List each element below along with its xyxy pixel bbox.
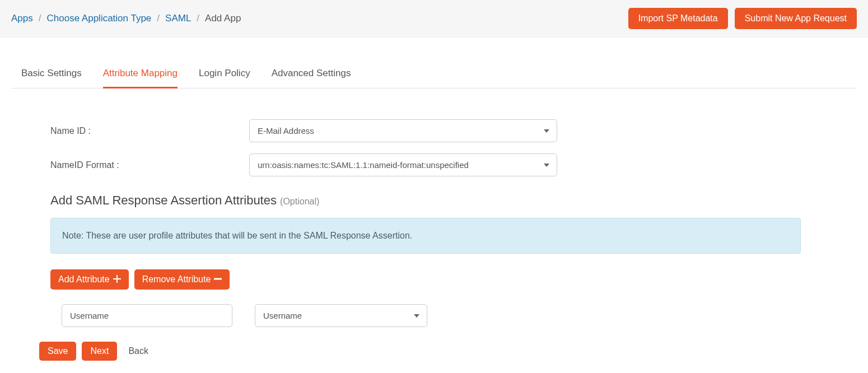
remove-attribute-button[interactable]: Remove Attribute (134, 269, 230, 290)
save-button[interactable]: Save (39, 342, 76, 361)
breadcrumb-choose-type[interactable]: Choose Application Type (46, 13, 151, 24)
content: Basic Settings Attribute Mapping Login P… (0, 60, 868, 373)
topbar: Apps / Choose Application Type / SAML / … (0, 0, 868, 38)
name-id-label: Name ID : (50, 126, 249, 136)
nameid-format-row: NameID Format : urn:oasis:names:tc:SAML:… (50, 153, 801, 176)
svg-rect-0 (214, 278, 222, 280)
breadcrumb-apps[interactable]: Apps (11, 13, 33, 24)
attribute-actions: Add Attribute Remove Attribute (50, 269, 801, 290)
topbar-actions: Import SP Metadata Submit New App Reques… (628, 8, 857, 29)
remove-attribute-label: Remove Attribute (142, 274, 211, 285)
breadcrumb-sep: / (39, 13, 41, 24)
form-area: Name ID : E-Mail Address NameID Format :… (11, 88, 840, 361)
next-button[interactable]: Next (82, 342, 117, 361)
breadcrumb-current: Add App (205, 13, 241, 24)
add-attribute-label: Add Attribute (58, 274, 110, 285)
breadcrumb-sep: / (197, 13, 199, 24)
tab-login-policy[interactable]: Login Policy (199, 60, 250, 88)
breadcrumb: Apps / Choose Application Type / SAML / … (11, 13, 241, 24)
breadcrumb-saml[interactable]: SAML (165, 13, 191, 24)
plus-icon (113, 274, 121, 285)
back-button[interactable]: Back (123, 342, 154, 361)
nameid-format-label: NameID Format : (50, 160, 249, 170)
attribute-value-select[interactable]: Username (255, 304, 427, 327)
footer-actions: Save Next Back (39, 342, 801, 361)
add-attribute-button[interactable]: Add Attribute (50, 269, 129, 290)
tabs: Basic Settings Attribute Mapping Login P… (11, 60, 857, 88)
assertion-attributes-heading: Add SAML Response Assertion Attributes (… (50, 193, 801, 208)
submit-app-request-button[interactable]: Submit New App Request (735, 8, 857, 29)
tab-basic-settings[interactable]: Basic Settings (21, 60, 82, 88)
nameid-format-select[interactable]: urn:oasis:names:tc:SAML:1.1:nameid-forma… (249, 153, 557, 176)
name-id-select-wrap: E-Mail Address (249, 119, 557, 142)
attribute-row: Username (50, 304, 801, 327)
info-note: Note: These are user profile attributes … (50, 218, 801, 254)
name-id-select[interactable]: E-Mail Address (249, 119, 557, 142)
tab-attribute-mapping[interactable]: Attribute Mapping (103, 60, 178, 88)
import-metadata-button[interactable]: Import SP Metadata (628, 8, 728, 29)
minus-icon (214, 274, 222, 285)
nameid-format-select-wrap: urn:oasis:names:tc:SAML:1.1:nameid-forma… (249, 153, 557, 176)
name-id-row: Name ID : E-Mail Address (50, 119, 801, 142)
breadcrumb-sep: / (157, 13, 160, 24)
attribute-value-select-wrap: Username (255, 304, 427, 327)
attribute-name-input[interactable] (62, 304, 232, 327)
heading-optional: (Optional) (280, 197, 319, 206)
tab-advanced-settings[interactable]: Advanced Settings (272, 60, 351, 88)
heading-text: Add SAML Response Assertion Attributes (50, 193, 277, 207)
